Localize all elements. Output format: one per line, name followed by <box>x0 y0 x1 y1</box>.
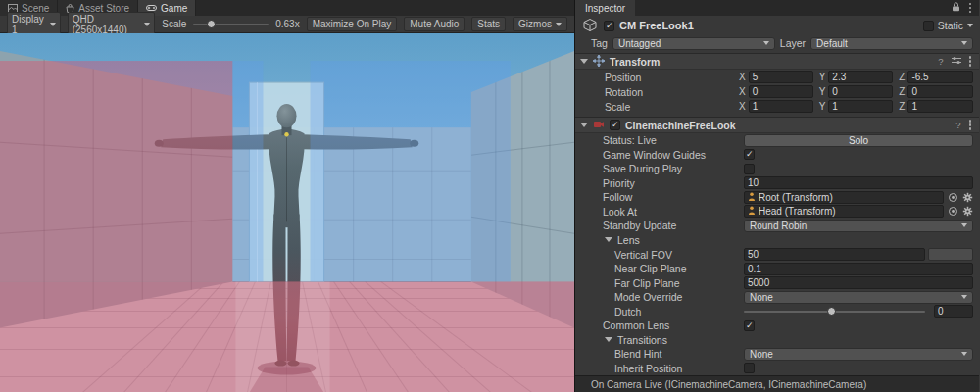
chevron-down-icon <box>961 295 967 299</box>
blend-hint-label: Blend Hint <box>614 348 744 360</box>
help-icon[interactable]: ? <box>956 120 960 130</box>
standby-update-value: Round Robin <box>750 220 807 231</box>
component-enabled-checkbox[interactable] <box>610 120 620 130</box>
standby-update-dropdown[interactable]: Round Robin <box>744 220 973 232</box>
guide-soft-zone-left[interactable] <box>232 61 263 281</box>
dutch-slider-knob[interactable] <box>827 307 836 316</box>
standby-update-row: Standby Update Round Robin <box>575 219 979 233</box>
cinemachine-icon <box>593 119 605 132</box>
gear-icon[interactable] <box>962 192 973 203</box>
game-viewport[interactable] <box>0 33 574 392</box>
y-label: Y <box>819 72 826 82</box>
transitions-foldout[interactable]: Transitions <box>575 332 979 347</box>
component-menu-icon[interactable] <box>969 123 972 126</box>
object-picker-icon[interactable] <box>948 206 958 217</box>
static-checkbox[interactable] <box>923 21 934 31</box>
dutch-slider[interactable] <box>744 311 925 313</box>
z-label: Z <box>899 101 905 112</box>
dutch-row: Dutch 0 <box>575 304 979 318</box>
tag-value: Untagged <box>618 38 661 49</box>
inherit-position-row: Inherit Position <box>575 362 979 376</box>
rotation-z-field[interactable]: 0 <box>907 85 973 98</box>
blend-hint-dropdown[interactable]: None <box>744 348 973 361</box>
tab-game-label: Game <box>161 3 187 14</box>
vertical-fov-label: Vertical FOV <box>614 249 744 261</box>
layer-dropdown[interactable]: Default <box>810 37 973 50</box>
scale-slider[interactable] <box>193 24 269 25</box>
rotation-y-field[interactable]: 0 <box>828 85 893 98</box>
maximize-on-play-button[interactable]: Maximize On Play <box>307 17 398 31</box>
presets-icon[interactable] <box>952 56 961 67</box>
character-head <box>276 104 296 127</box>
tag-label: Tag <box>591 37 608 49</box>
guide-soft-zone-right[interactable] <box>311 61 511 281</box>
chevron-down-icon <box>961 352 967 356</box>
vertical-fov-field[interactable]: 50 <box>744 248 925 261</box>
save-during-play-label: Save During Play <box>603 163 744 174</box>
look-at-value: Head (Transform) <box>759 206 836 217</box>
game-window-guides-row: Game Window Guides <box>575 148 979 163</box>
look-at-object-field[interactable]: Head (Transform) <box>744 205 944 218</box>
component-menu-icon[interactable] <box>969 60 972 63</box>
solo-button[interactable]: Solo <box>744 134 973 147</box>
x-label: X <box>739 101 746 112</box>
aim-target-marker <box>284 132 288 136</box>
foldout-icon <box>605 337 612 342</box>
game-window-guides-checkbox[interactable] <box>744 149 755 160</box>
scale-value: 0.63x <box>275 19 299 29</box>
layer-label: Layer <box>780 37 806 49</box>
near-clip-plane-field[interactable]: 0.1 <box>744 263 973 275</box>
gizmos-dropdown[interactable]: Gizmos <box>513 17 567 31</box>
y-label: Y <box>819 86 826 97</box>
scale-z-field[interactable]: 1 <box>907 100 973 113</box>
scale-y-field[interactable]: 1 <box>828 100 893 113</box>
panel-menu-icon[interactable] <box>969 7 972 10</box>
transform-header[interactable]: Transform ? <box>575 53 979 70</box>
lock-icon[interactable] <box>952 2 960 14</box>
vertical-fov-row: Vertical FOV 50 <box>575 247 979 262</box>
near-clip-plane-row: Near Clip Plane 0.1 <box>575 262 979 276</box>
guide-hard-zone-left[interactable] <box>0 61 232 281</box>
foldout-icon[interactable] <box>580 122 588 127</box>
common-lens-checkbox[interactable] <box>744 320 755 331</box>
mode-override-dropdown[interactable]: None <box>744 291 973 304</box>
help-icon[interactable]: ? <box>938 56 943 67</box>
save-during-play-checkbox[interactable] <box>744 164 755 174</box>
priority-field[interactable]: 10 <box>744 176 973 189</box>
tab-inspector[interactable]: Inspector <box>575 0 635 16</box>
rotation-row: Rotation X0 Y0 Z0 <box>575 84 979 99</box>
gameobject-active-checkbox[interactable] <box>604 21 614 31</box>
inherit-position-label: Inherit Position <box>614 363 744 374</box>
position-z-field[interactable]: -6.5 <box>907 71 973 83</box>
position-y-field[interactable]: 2.3 <box>828 71 893 83</box>
tag-dropdown[interactable]: Untagged <box>612 37 775 50</box>
position-x-field[interactable]: 5 <box>749 71 813 83</box>
dutch-value-field[interactable]: 0 <box>934 305 973 318</box>
stats-button[interactable]: Stats <box>471 17 506 31</box>
game-icon <box>146 4 157 12</box>
mute-audio-button[interactable]: Mute Audio <box>404 17 465 31</box>
blend-hint-row: Blend Hint None <box>575 347 979 362</box>
cinemachine-freelook-body: Status: Live Solo Game Window Guides Sav… <box>575 133 979 375</box>
gameobject-name[interactable]: CM FreeLook1 <box>619 20 694 31</box>
fov-preset-box[interactable] <box>928 248 973 261</box>
follow-object-field[interactable]: Root (Transform) <box>744 191 944 204</box>
scale-slider-knob[interactable] <box>207 20 216 28</box>
foldout-icon <box>605 237 612 242</box>
rotation-x-field[interactable]: 0 <box>749 85 813 98</box>
scale-label: Scale <box>605 101 739 113</box>
status-row: Status: Live Solo <box>575 133 979 148</box>
lens-foldout[interactable]: Lens <box>575 233 979 248</box>
far-clip-plane-field[interactable]: 5000 <box>744 276 973 289</box>
status-label: Status: Live <box>603 134 744 146</box>
cinemachine-freelook-header[interactable]: CinemachineFreeLook ? <box>575 117 979 133</box>
gear-icon[interactable] <box>962 206 973 217</box>
foldout-icon[interactable] <box>580 59 588 64</box>
inspector-tabstrip: Inspector <box>575 0 979 16</box>
static-dropdown-icon[interactable] <box>967 24 973 27</box>
scale-x-field[interactable]: 1 <box>749 100 813 113</box>
object-picker-icon[interactable] <box>948 192 958 203</box>
inherit-position-checkbox[interactable] <box>744 363 755 373</box>
transform-ref-icon <box>748 206 756 217</box>
static-label: Static <box>938 20 963 31</box>
